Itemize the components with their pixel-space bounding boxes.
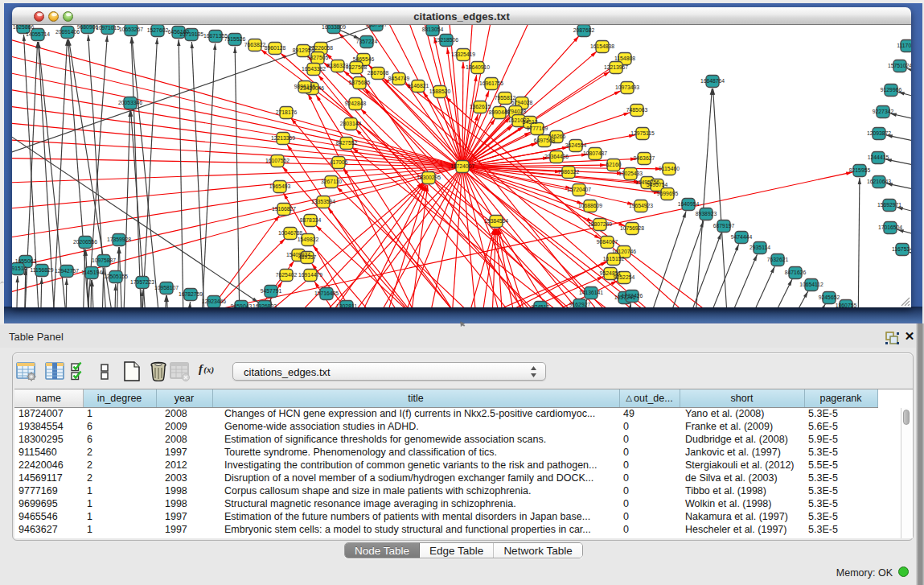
graph-node-label: 2087682 [573, 27, 595, 33]
float-panel-icon[interactable] [885, 332, 900, 345]
select-all-functions-button[interactable] [70, 361, 91, 381]
table-row[interactable]: 977716911998Corpus callosum shape and si… [14, 484, 877, 497]
citation-edge-black[interactable] [713, 89, 733, 307]
graph-node-label: 20206556 [73, 239, 97, 245]
network-canvas[interactable]: 1025866140557142069140696809061097101510… [12, 25, 911, 307]
resize-grip-icon[interactable] [901, 298, 910, 306]
clear-selection-button[interactable] [94, 361, 115, 381]
column-header-in_degree[interactable]: in_degree [83, 389, 156, 407]
table-panel-title: Table Panel [9, 331, 64, 343]
graph-node-label: 15751024 [888, 63, 911, 68]
table-row[interactable]: 1456911722003Disruption of a novel membe… [14, 472, 877, 484]
float-panel-icon-part [897, 332, 899, 335]
citation-edge-red[interactable] [452, 167, 462, 307]
table-cell: Disruption of a novel member of a sodium… [212, 472, 619, 484]
citation-edge-black[interactable] [897, 207, 911, 216]
table-cell: 0 [619, 510, 680, 523]
delete-column-button[interactable] [148, 361, 169, 381]
graph-node-label: 1549822 [298, 237, 319, 242]
graph-node-label: 1527602 [147, 27, 169, 33]
table-column-icon-part [45, 361, 66, 381]
citation-edge-red[interactable] [462, 167, 553, 307]
graph-node-label: 17016504 [878, 225, 902, 230]
citation-edge-red[interactable] [12, 32, 462, 167]
column-header-short[interactable]: short [680, 389, 804, 407]
table-row[interactable]: 969969511998Structural magnetic resonanc… [14, 497, 877, 510]
citation-edge-black[interactable] [757, 304, 825, 307]
citation-edge-red[interactable] [462, 25, 473, 167]
citation-edge-black[interactable] [857, 178, 860, 307]
citation-edge-black[interactable] [179, 39, 185, 307]
graph-node-label: 14055714 [26, 31, 50, 37]
table-settings-button[interactable] [16, 361, 37, 381]
table-scrollbar[interactable] [901, 408, 911, 538]
table-cell: 0 [619, 497, 680, 510]
graph-node-label: 17359928 [107, 237, 131, 242]
new-file-icon-part-part [134, 362, 139, 367]
column-header-name[interactable]: name [14, 389, 83, 407]
table-row[interactable]: 911546021997Tourette syndrome. Phenomeno… [14, 446, 877, 459]
citation-edge-black[interactable] [39, 278, 42, 307]
table-cell: 5.3E-5 [804, 510, 877, 523]
graph-node-label: 34512 [523, 119, 538, 125]
graph-node-label: 1655061 [15, 258, 37, 264]
citation-edge-red[interactable] [462, 167, 500, 307]
column-header-year[interactable]: year [156, 389, 212, 407]
dropdown-arrows-icon-part [531, 366, 536, 370]
citation-edge-black[interactable] [739, 291, 808, 307]
column-header-pagerank[interactable]: pagerank [804, 389, 877, 407]
graph-node-label: 1145194 [81, 270, 102, 275]
citation-edge-black[interactable] [897, 229, 911, 239]
tab-edge-table[interactable]: Edge Table [420, 543, 494, 558]
graph-node-label: 10688609 [578, 203, 602, 208]
graph-node-label: 18807249 [588, 221, 612, 227]
column-header-label: year [175, 393, 194, 404]
table-row[interactable]: 2242004622012Investigating the contribut… [14, 459, 877, 472]
close-panel-icon[interactable]: ✕ [902, 329, 917, 344]
table-cell: Genome-wide association studies in ADHD. [212, 420, 619, 433]
column-header-title[interactable]: title [212, 389, 619, 407]
new-file-icon [121, 370, 142, 384]
column-header-out_de[interactable]: △out_de... [619, 389, 680, 407]
table-row[interactable]: 1872400712008Changes of HCN gene express… [14, 407, 877, 420]
citation-edge-black[interactable] [80, 249, 85, 307]
table-cell: 14569117 [14, 472, 83, 484]
table-cell: de Silva et al. (2003) [680, 472, 804, 484]
table-scrollbar-thumb[interactable] [903, 410, 910, 425]
graph-node-label: 9794028 [505, 109, 527, 114]
citation-edge-black[interactable] [131, 37, 145, 307]
delete-table-button[interactable] [170, 361, 191, 381]
table-column-icon [45, 370, 66, 384]
new-file-icon-part [121, 361, 142, 381]
tab-node-table[interactable]: Node Table [345, 543, 420, 558]
citation-edge-black[interactable] [909, 252, 911, 261]
function-builder-button[interactable]: f (x) [199, 361, 220, 381]
graph-node-label: 7357224 [356, 39, 378, 44]
graph-node-label: 9457791 [261, 288, 282, 294]
table-row[interactable]: 1830029562008Estimation of significance … [14, 433, 877, 446]
citation-edge-black[interactable] [113, 284, 116, 307]
graph-node-label: 8454749 [388, 76, 410, 81]
window-titlebar[interactable]: citations_edges.txt [12, 7, 911, 25]
graph-node-label: 20364436 [544, 154, 569, 159]
table-row[interactable]: 946554611997Estimation of the future num… [14, 510, 877, 523]
table-cell: Investigating the contribution of common… [212, 459, 619, 472]
citation-edge-black[interactable] [898, 92, 911, 101]
graph-node-label: 7485063 [626, 107, 648, 113]
graph-node-label: 10046788 [278, 230, 302, 236]
table-row[interactable]: 1938455462009Genome-wide association stu… [14, 420, 877, 433]
graph-node-label: 16648764 [700, 78, 725, 84]
table-cell: 5.3E-5 [804, 523, 877, 536]
tab-network-table[interactable]: Network Table [494, 543, 581, 558]
table-cell: 5.3E-5 [804, 497, 877, 510]
citation-edge-black[interactable] [14, 276, 18, 307]
new-column-button[interactable] [121, 361, 142, 381]
select-columns-button[interactable] [45, 361, 66, 381]
citation-edge-black[interactable] [669, 244, 739, 307]
graph-node-label: 10975887 [92, 257, 116, 263]
table-row[interactable]: 946362711997Embryonic stem cells: a mode… [14, 523, 877, 536]
graph-node-label: 9777169 [527, 126, 548, 131]
float-panel-icon-part [890, 336, 897, 344]
graph-node-label: 9242848 [345, 101, 367, 106]
table-source-dropdown[interactable]: citations_edges.txt [232, 362, 546, 381]
